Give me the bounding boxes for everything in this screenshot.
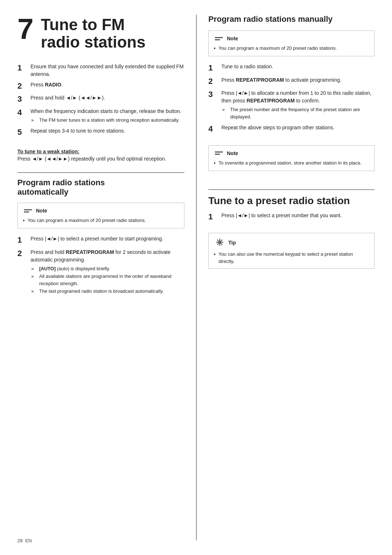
- manual-section-heading: Program radio stations manually: [208, 15, 375, 24]
- manual-note-icon-2-line-2: [215, 154, 220, 155]
- manual-note-content: You can program a maximum of 20 preset r…: [214, 45, 369, 52]
- preset-step-1-number: 1: [208, 212, 220, 222]
- step-4-sub-1: » The FM tuner tunes to a station with s…: [30, 117, 184, 124]
- page-footer: 28 EN: [17, 538, 32, 543]
- step-1-number: 1: [17, 63, 29, 73]
- manual-note-box-2: Note To overwrite a programmed station, …: [208, 145, 375, 171]
- chapter-heading: 7 Tune to FMradio stations: [17, 15, 184, 51]
- auto-steps-list: 1 Press |◄/►| to select a preset number …: [17, 235, 184, 299]
- manual-note-box: Note You can program a maximum of 20 pre…: [208, 31, 375, 56]
- auto-note-header: Note: [23, 207, 179, 215]
- step-3: 3 Press and hold ◄/► (◄◄/►►).: [17, 94, 184, 105]
- manual-step-4-text: Repeat the above steps to program other …: [221, 124, 375, 131]
- manual-step-3-text: Press |◄/►| to allocate a number from 1 …: [221, 90, 371, 104]
- step-4-sub-1-text: The FM tuner tunes to a station with str…: [39, 117, 179, 124]
- chapter-title: Tune to FMradio stations: [41, 16, 146, 51]
- step-5: 5 Repeat steps 3-4 to tune to more stati…: [17, 127, 184, 138]
- sub-bullet: »: [31, 117, 36, 124]
- step-4-text: When the frequency indication starts to …: [30, 108, 181, 114]
- preset-steps-list: 1 Press |◄/►| to select a preset number …: [208, 212, 375, 225]
- manual-step-4-number: 4: [208, 124, 220, 134]
- manual-note-icon-2: [214, 149, 224, 157]
- sub-bullet-2a: »: [31, 265, 36, 272]
- auto-step-1-text: Press |◄/►| to select a preset number to…: [30, 235, 184, 243]
- manual-note-item-1: You can program a maximum of 20 preset r…: [214, 45, 369, 52]
- weak-station-block: To tune to a weak station: Press ◄/► (◄◄…: [17, 147, 184, 163]
- manual-step-1: 1 Tune to a radio station.: [208, 63, 375, 73]
- step-3-number: 3: [17, 94, 29, 105]
- auto-note-content: You can program a maximum of 20 preset r…: [23, 217, 179, 224]
- tip-icon-star: ✳: [216, 237, 224, 248]
- step-2-number: 2: [17, 81, 29, 92]
- auto-step-2-sub-1-text: [AUTO] (auto) is displayed briefly.: [39, 265, 110, 272]
- auto-step-2-sub-list: » [AUTO] (auto) is displayed briefly. » …: [30, 265, 184, 295]
- manual-note-label: Note: [227, 36, 238, 41]
- auto-step-2-sub-1: » [AUTO] (auto) is displayed briefly.: [30, 265, 184, 272]
- auto-step-2-text: Press and hold REPEAT/PROGRAM for 2 seco…: [30, 249, 171, 263]
- step-1: 1 Ensure that you have connected and ful…: [17, 63, 184, 78]
- manual-note-icon-2-line-1: [215, 151, 223, 153]
- sub-bullet-2c: »: [31, 288, 36, 295]
- auto-note-label: Note: [36, 208, 47, 214]
- step-2-text: Press RADIO.: [30, 81, 184, 89]
- preset-section-heading: Tune to a preset radio station: [208, 189, 375, 207]
- auto-note-item-1: You can program a maximum of 20 preset r…: [23, 217, 179, 224]
- page-lang: EN: [25, 538, 32, 543]
- manual-step-4: 4 Repeat the above steps to program othe…: [208, 124, 375, 134]
- manual-note-icon-lines-2: [215, 151, 223, 155]
- manual-step-3-sub-1-text: The preset number and the frequency of t…: [230, 106, 375, 120]
- manual-steps-list: 1 Tune to a radio station. 2 Press REPEA…: [208, 63, 375, 137]
- manual-step-3-number: 3: [208, 89, 220, 100]
- tip-header: ✳ Tip: [214, 237, 369, 248]
- manual-step-3-sub-1: » The preset number and the frequency of…: [221, 106, 375, 120]
- step-4: 4 When the frequency indication starts t…: [17, 108, 184, 125]
- weak-station-text: Press ◄/► (◄◄/►►) repeatedly until you f…: [17, 156, 166, 162]
- auto-step-2-sub-3: » The last programed radio station is br…: [30, 288, 184, 295]
- manual-step-2-number: 2: [208, 76, 220, 87]
- page-number: 28: [17, 538, 23, 543]
- manual-note-content-2: To overwrite a programmed station, store…: [214, 159, 369, 167]
- note-icon-lines: [24, 209, 32, 212]
- auto-section-heading: Program radio stationsautomatically: [17, 172, 184, 197]
- step-1-text: Ensure that you have connected and fully…: [30, 63, 184, 78]
- sub-bullet-2b: »: [31, 273, 36, 280]
- step-5-number: 5: [17, 127, 29, 138]
- step-4-sub-list: » The FM tuner tunes to a station with s…: [30, 117, 184, 124]
- manual-step-1-text: Tune to a radio station.: [221, 63, 375, 70]
- tip-item-1: You can also use the numerical keypad to…: [214, 251, 369, 265]
- manual-step-3: 3 Press |◄/►| to allocate a number from …: [208, 89, 375, 121]
- manual-step-2: 2 Press REPEAT/PROGRAM to activate progr…: [208, 76, 375, 87]
- manual-note-2-item-1: To overwrite a programmed station, store…: [214, 159, 369, 167]
- manual-note-icon-lines: [215, 37, 223, 40]
- manual-step-1-number: 1: [208, 63, 220, 73]
- manual-note-icon: [214, 35, 224, 42]
- main-steps-list: 1 Ensure that you have connected and ful…: [17, 63, 184, 141]
- tip-label: Tip: [228, 240, 236, 246]
- sub-bullet-m3a: »: [222, 106, 227, 113]
- note-icon-line-1: [24, 209, 32, 210]
- preset-step-1-text: Press |◄/►| to select a preset number th…: [221, 212, 375, 219]
- right-column: Program radio stations manually Note You…: [196, 15, 375, 540]
- weak-station-heading: To tune to a weak station:: [17, 149, 184, 154]
- step-2: 2 Press RADIO.: [17, 81, 184, 92]
- manual-note-icon-line-2: [215, 39, 220, 40]
- manual-note-header-2: Note: [214, 149, 369, 157]
- tip-icon: ✳: [214, 237, 225, 248]
- auto-step-1-number: 1: [17, 235, 29, 246]
- tip-box: ✳ Tip You can also use the numerical key…: [208, 233, 375, 269]
- auto-step-2-sub-2-text: All available stations are programmed in…: [39, 273, 184, 287]
- auto-step-2-sub-3-text: The last programed radio station is broa…: [39, 288, 164, 295]
- auto-step-2: 2 Press and hold REPEAT/PROGRAM for 2 se…: [17, 248, 184, 296]
- left-column: 7 Tune to FMradio stations 1 Ensure that…: [17, 15, 196, 540]
- preset-step-1: 1 Press |◄/►| to select a preset number …: [208, 212, 375, 222]
- note-icon: [23, 207, 33, 215]
- auto-step-2-sub-2: » All available stations are programmed …: [30, 273, 184, 287]
- auto-note-box: Note You can program a maximum of 20 pre…: [17, 203, 184, 228]
- step-5-text: Repeat steps 3-4 to tune to more station…: [30, 127, 184, 135]
- manual-step-2-text: Press REPEAT/PROGRAM to activate program…: [221, 76, 375, 84]
- chapter-number: 7: [17, 15, 34, 44]
- auto-step-2-number: 2: [17, 248, 29, 259]
- tip-content: You can also use the numerical keypad to…: [214, 251, 369, 265]
- manual-note-label-2: Note: [227, 150, 238, 156]
- step-4-number: 4: [17, 108, 29, 118]
